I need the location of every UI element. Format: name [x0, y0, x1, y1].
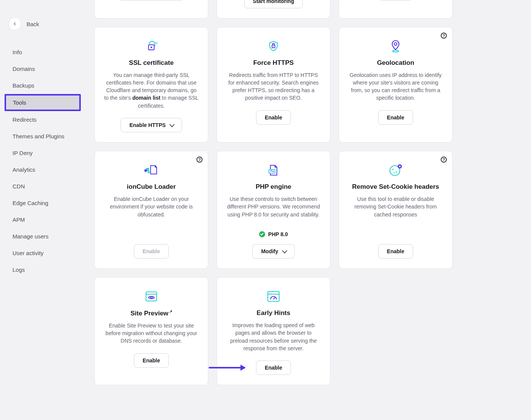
enable-button[interactable]: Enable — [378, 0, 413, 0]
card-title: PHP engine — [256, 183, 291, 191]
sidebar-item-domains[interactable]: Domains — [5, 61, 81, 77]
svg-point-5 — [393, 50, 399, 52]
svg-rect-1 — [151, 47, 152, 48]
card-desc: Redirects traffic from HTTP to HTTPS for… — [226, 71, 321, 102]
svg-point-11 — [392, 169, 394, 170]
php-version-label: PHP 8.0 — [268, 231, 288, 237]
chevron-down-icon — [282, 248, 287, 253]
card-desc: Enable Site Preview to test your site be… — [104, 322, 199, 345]
svg-point-12 — [396, 171, 397, 173]
card-title: ionCube Loader — [127, 183, 176, 191]
svg-point-17 — [151, 297, 152, 299]
shield-lock-icon — [266, 39, 281, 54]
card-desc: Enable ionCube Loader on your environmen… — [104, 195, 199, 218]
chevron-down-icon — [169, 122, 174, 127]
card-search-replace: pain. Search and replace — [94, 0, 208, 19]
sidebar-nav: Info Domains Backups Tools Redirects The… — [5, 44, 81, 278]
card-title: Remove Set-Cookie headers — [352, 183, 439, 191]
sidebar-item-edge-caching[interactable]: Edge Caching — [5, 195, 81, 211]
card-desc: Use these controls to switch between dif… — [226, 195, 321, 218]
search-replace-button[interactable]: Search and replace — [118, 0, 184, 0]
domain-list-link[interactable]: domain list — [132, 95, 160, 101]
sidebar-item-redirects[interactable]: Redirects — [5, 111, 81, 128]
start-monitoring-button[interactable]: Start monitoring — [244, 0, 303, 8]
check-circle-icon — [259, 231, 265, 237]
main-content: pain. Search and replace your website. U… — [85, 0, 531, 420]
card-title: Early Hints — [257, 309, 291, 317]
sidebar-item-user-activity[interactable]: User activity — [5, 245, 81, 261]
site-preview-enable-button[interactable]: Enable — [134, 353, 169, 368]
card-early-hints: Early Hints Improves the loading speed o… — [217, 277, 330, 385]
cookie-remove-icon — [388, 163, 403, 178]
map-pin-icon — [388, 39, 403, 54]
early-hints-enable-button[interactable]: Enable — [256, 360, 291, 375]
force-https-enable-button[interactable]: Enable — [256, 110, 291, 125]
annotation-arrow-icon — [209, 367, 245, 368]
card-title: SSL certificate — [129, 59, 174, 67]
php-status: PHP 8.0 — [259, 231, 288, 237]
sidebar-item-cdn[interactable]: CDN — [5, 178, 81, 194]
remove-cookie-enable-button[interactable]: Enable — [378, 244, 413, 259]
card-title: Geolocation — [377, 59, 414, 67]
sidebar: Back Info Domains Backups Tools Redirect… — [0, 0, 85, 420]
sidebar-item-analytics[interactable]: Analytics — [5, 161, 81, 178]
external-indicator-icon: ↗ — [169, 309, 172, 313]
svg-rect-7 — [145, 169, 147, 172]
sidebar-item-logs[interactable]: Logs — [5, 262, 81, 278]
card-top-right: Enable — [339, 0, 452, 19]
card-ioncube: ? ionCube Loader Enable ionCube Loader o… — [94, 151, 208, 269]
card-monitoring: your website. Use with care as it impact… — [217, 0, 330, 19]
svg-point-4 — [394, 42, 397, 45]
sidebar-item-tools[interactable]: Tools — [5, 94, 81, 111]
svg-rect-8 — [148, 171, 150, 173]
ioncube-enable-button[interactable]: Enable — [134, 244, 169, 259]
card-remove-set-cookie: ? Remove Set-Cookie headers Use this too… — [339, 151, 452, 269]
arrow-left-icon — [8, 17, 21, 30]
sidebar-item-info[interactable]: Info — [5, 44, 81, 60]
gauge-browser-icon — [266, 289, 281, 304]
card-desc: Geolocation uses IP address to identify … — [348, 71, 443, 102]
svg-line-22 — [273, 297, 275, 299]
card-ssl-certificate: SSL certificate You can manage third-par… — [94, 27, 208, 143]
help-icon[interactable]: ? — [441, 33, 447, 39]
card-php-engine: PHP engine Use these controls to switch … — [217, 151, 330, 269]
cube-file-icon — [144, 163, 159, 178]
svg-rect-3 — [272, 45, 275, 48]
sidebar-item-themes-plugins[interactable]: Themes and Plugins — [5, 128, 81, 144]
svg-point-13 — [394, 172, 395, 174]
sidebar-item-ip-deny[interactable]: IP Deny — [5, 145, 81, 161]
php-modify-button[interactable]: Modify — [252, 244, 294, 259]
sidebar-item-manage-users[interactable]: Manage users — [5, 228, 81, 244]
card-force-https: Force HTTPS Redirects traffic from HTTP … — [217, 27, 330, 143]
code-file-icon — [266, 163, 281, 178]
help-icon[interactable]: ? — [196, 157, 203, 163]
card-title: Force HTTPS — [253, 59, 294, 67]
enable-https-button[interactable]: Enable HTTPS — [121, 118, 182, 132]
geolocation-enable-button[interactable]: Enable — [378, 110, 413, 125]
svg-point-20 — [269, 292, 270, 293]
card-desc: Use this tool to enable or disable remov… — [348, 195, 443, 218]
svg-point-21 — [270, 292, 271, 293]
card-title: Site Preview↗ — [130, 309, 172, 317]
back-label: Back — [27, 21, 39, 27]
eye-browser-icon — [144, 289, 159, 304]
card-geolocation: ? Geolocation Geolocation uses IP addres… — [339, 27, 452, 143]
sidebar-item-backups[interactable]: Backups — [5, 77, 81, 94]
back-button[interactable]: Back — [5, 15, 81, 33]
card-desc: Improves the loading speed of web pages … — [226, 321, 321, 352]
help-icon[interactable]: ? — [441, 157, 447, 163]
sidebar-item-apm[interactable]: APM — [5, 212, 81, 228]
card-site-preview: Site Preview↗ Enable Site Preview to tes… — [94, 277, 208, 385]
card-desc: You can manage third-party SSL certifica… — [104, 71, 199, 110]
lock-icon — [144, 39, 159, 54]
